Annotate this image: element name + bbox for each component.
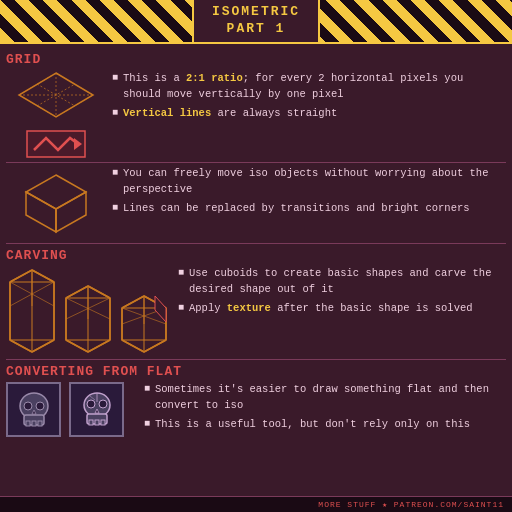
divider-2 <box>6 243 506 244</box>
carving-content: ■ Use cuboids to create basic shapes and… <box>6 266 506 356</box>
svg-rect-67 <box>101 420 105 425</box>
svg-line-50 <box>144 340 166 352</box>
header-title: ISOMETRIC PART 1 <box>212 4 300 38</box>
svg-rect-59 <box>38 421 42 426</box>
footer-text: MORE STUFF ★ PATREON.COM/SAInt11 <box>318 500 504 509</box>
iso-cube-svg <box>16 170 96 240</box>
converting-bullet-2: ■ This is a useful tool, but don't rely … <box>144 417 506 433</box>
converting-content: ■ Sometimes it's easier to draw somethin… <box>6 382 506 437</box>
carving-section: CARVING <box>6 248 506 356</box>
converting-text: ■ Sometimes it's easier to draw somethin… <box>144 382 506 435</box>
svg-marker-13 <box>56 192 86 232</box>
svg-line-19 <box>10 270 32 282</box>
footer-prefix: MORE STUFF <box>318 500 376 509</box>
header: ISOMETRIC PART 1 <box>0 0 512 44</box>
svg-rect-66 <box>95 420 99 425</box>
svg-line-23 <box>10 340 32 352</box>
carving-section-label: CARVING <box>6 248 506 263</box>
grid-section: ■ This is a 2:1 ratio; for every 2 horiz… <box>6 69 506 158</box>
svg-line-24 <box>32 340 54 352</box>
iso-cube-visual <box>6 166 106 240</box>
title-line1: ISOMETRIC <box>212 4 300 19</box>
carving-cube2-svg <box>62 266 114 356</box>
svg-rect-58 <box>32 421 36 426</box>
grid-text: ■ This is a 2:1 ratio; for every 2 horiz… <box>112 69 506 124</box>
svg-line-32 <box>66 286 88 298</box>
svg-point-61 <box>36 402 44 410</box>
svg-marker-11 <box>26 175 86 209</box>
svg-line-45 <box>122 296 144 308</box>
svg-point-69 <box>99 400 107 408</box>
iso-move-section: ■ You can freely move iso objects withou… <box>6 166 506 240</box>
grid-bullet-1: ■ This is a 2:1 ratio; for every 2 horiz… <box>112 71 506 103</box>
carving-bullet-1: ■ Use cuboids to create basic shapes and… <box>178 266 506 298</box>
svg-line-37 <box>88 340 110 352</box>
divider-1 <box>6 162 506 163</box>
grid-section-label: GRID <box>6 52 506 67</box>
ratio-arrow-svg <box>26 130 86 158</box>
title-line2: PART 1 <box>227 21 286 36</box>
carving-cube1-svg <box>6 266 58 356</box>
iso-grid-svg <box>11 69 101 124</box>
iso-move-text: ■ You can freely move iso objects withou… <box>112 166 506 219</box>
converting-section-label: CONVERTING FROM FLAT <box>6 364 506 379</box>
svg-line-49 <box>122 340 144 352</box>
footer-url: PATREON.COM/SAInt11 <box>394 500 504 509</box>
grid-visuals <box>6 69 106 158</box>
svg-line-33 <box>88 286 110 298</box>
grid-bullet-2: ■ Vertical lines are always straight <box>112 106 506 122</box>
skull-svg-1 <box>12 388 56 432</box>
converting-images <box>6 382 136 437</box>
skull-box-1 <box>6 382 61 437</box>
svg-rect-65 <box>89 420 93 425</box>
header-box: ISOMETRIC PART 1 <box>192 0 320 44</box>
divider-3 <box>6 359 506 360</box>
carving-cube-visuals <box>6 266 176 356</box>
svg-rect-57 <box>26 421 30 426</box>
footer-separator: ★ <box>382 500 394 509</box>
iso-bullet-2: ■ Lines can be replaced by transitions a… <box>112 201 506 217</box>
iso-bullet-1: ■ You can freely move iso objects withou… <box>112 166 506 198</box>
skull-box-2 <box>69 382 124 437</box>
footer: MORE STUFF ★ PATREON.COM/SAInt11 <box>0 496 512 512</box>
carving-bullet-2: ■ Apply texture after the basic shape is… <box>178 301 506 317</box>
converting-section: CONVERTING FROM FLAT <box>6 364 506 437</box>
carving-cube3-svg <box>118 266 170 356</box>
svg-line-36 <box>66 340 88 352</box>
svg-marker-12 <box>26 192 56 232</box>
svg-point-68 <box>87 400 95 408</box>
main-content: GRID <box>0 44 512 441</box>
converting-bullet-1: ■ Sometimes it's easier to draw somethin… <box>144 382 506 414</box>
svg-line-20 <box>32 270 54 282</box>
svg-point-60 <box>24 402 32 410</box>
svg-marker-54 <box>155 296 166 322</box>
carving-text: ■ Use cuboids to create basic shapes and… <box>178 266 506 319</box>
skull-svg-2 <box>75 388 119 432</box>
